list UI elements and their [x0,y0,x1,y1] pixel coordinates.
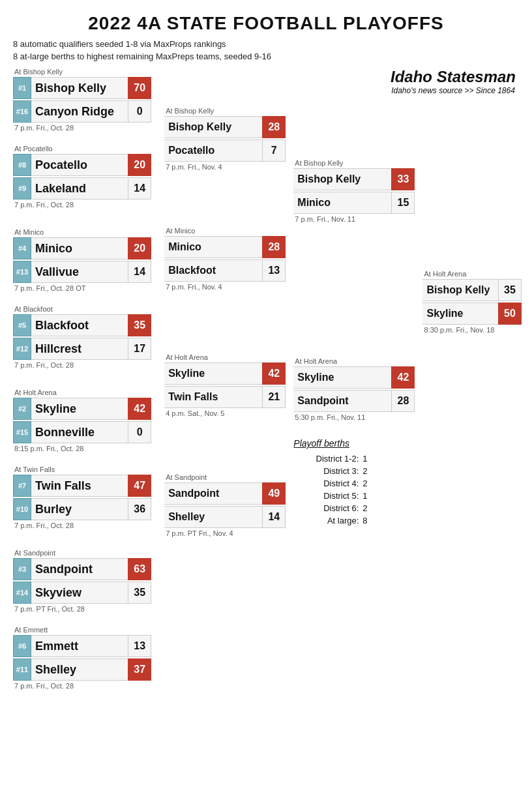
berth-value: 8 [362,516,367,525]
team-name: Bonneville [31,421,128,443]
logo-area: Idaho Statesman Idaho's news source >> S… [385,68,522,95]
connector-r1-r2 [151,68,164,166]
match-row-top: #8 Pocatello 20 [13,154,151,176]
score-box: 21 [262,386,286,408]
round1-match1: At Bishop Kelly #1 Bishop Kelly 70 #16 C… [13,68,151,132]
team-name: Sandpoint [31,558,128,580]
berth-label: District 5: [293,491,359,501]
berth-label: District 1-2: [293,454,359,464]
team-name: Vallivue [31,261,128,283]
match-row-bot: Shelley 14 [164,506,286,528]
venue-label: At Emmett [14,626,151,634]
match-row-top: Bishop Kelly 28 [164,116,286,138]
seed-box: #5 [13,314,31,336]
berth-row: District 5: 1 [293,491,415,501]
match-row-bot: #13 Vallivue 14 [13,261,151,283]
score-box: 42 [262,362,286,385]
score-box: 15 [391,192,415,214]
time-label: 7 p.m. Fri., Oct. 28 OT [14,284,151,292]
round1-match2: At Pocatello #8 Pocatello 20 #9 Lakeland… [13,145,151,209]
team-name: Minico [164,236,262,258]
team-name: Burley [31,498,128,520]
team-name: Minico [31,237,128,259]
venue-label: At Holt Arena [295,357,415,365]
berth-value: 2 [362,503,367,513]
venue-label: At Bishop Kelly [295,159,415,167]
score-box: 20 [128,154,151,176]
match-row-bot: Pocatello 7 [164,140,286,162]
round1-match7: At Sandpoint #3 Sandpoint 63 #14 Skyview… [13,549,151,613]
team-name: Sandpoint [293,390,391,412]
team-name: Skyline [164,362,262,385]
venue-label: At Holt Arena [166,353,286,361]
venue-label: At Blackfoot [14,305,151,313]
seed-box: #6 [13,635,31,657]
match-row-top: #1 Bishop Kelly 70 [13,77,151,99]
match-row-top: #5 Blackfoot 35 [13,314,151,336]
team-name: Hillcrest [31,338,128,360]
score-box: 14 [262,506,286,528]
round1-match6: At Twin Falls #7 Twin Falls 47 #10 Burle… [13,466,151,529]
team-name: Lakeland [31,177,128,200]
berth-row: District 1-2: 1 [293,454,415,464]
score-box: 28 [262,236,286,258]
score-box: 35 [498,279,522,301]
match-row-top: #6 Emmett 13 [13,635,151,657]
seed-box: #8 [13,154,31,176]
team-name: Bishop Kelly [422,279,498,301]
score-box: 36 [128,498,151,520]
seed-box: #12 [13,338,31,360]
berth-row: District 6: 2 [293,503,415,513]
team-name: Minico [293,192,391,214]
match-row-bot: #14 Skyview 35 [13,582,151,604]
time-label: 7 p.m. Fri., Oct. 28 [14,201,151,209]
team-name: Twin Falls [31,475,128,497]
round2-match3: At Holt Arena Skyline 42 Twin Falls 21 4… [164,353,286,417]
match-row-bot: Skyline 50 [422,303,522,325]
logo-title: Idaho Statesman [385,68,522,86]
score-box: 49 [262,482,286,505]
match-row-bot: #15 Bonneville 0 [13,421,151,443]
score-box: 0 [128,100,151,123]
seed-box: #10 [13,498,31,520]
berth-value: 2 [362,479,367,488]
score-box: 50 [498,303,522,325]
match-row-top: Bishop Kelly 35 [422,279,522,301]
score-box: 14 [128,261,151,283]
team-name: Bishop Kelly [293,168,391,190]
seed-box: #1 [13,77,31,99]
team-name: Emmett [31,635,128,657]
score-box: 20 [128,237,151,259]
match-row-top: #3 Sandpoint 63 [13,558,151,580]
team-name: Canyon Ridge [31,100,128,123]
score-box: 33 [391,168,415,190]
score-box: 28 [262,116,286,138]
time-label: 7 p.m. Fri., Oct. 28 [14,361,151,369]
championship-col: At Holt Arena Bishop Kelly 35 Skyline 50… [422,270,522,334]
page-title: 2022 4A STATE FOOTBALL PLAYOFFS [13,13,519,34]
round1-col: At Bishop Kelly #1 Bishop Kelly 70 #16 C… [13,68,151,694]
time-label: 8:30 p.m. Fri., Nov. 18 [424,326,522,334]
berth-label: District 3: [293,466,359,476]
team-name: Pocatello [31,154,128,176]
time-label: 7 p.m. Fri., Nov. 11 [295,215,415,223]
team-name: Shelley [164,506,262,528]
team-name: Bishop Kelly [164,116,262,138]
match-row-top: Minico 28 [164,236,286,258]
team-name: Sandpoint [164,482,262,505]
match-row-top: Sandpoint 49 [164,482,286,505]
team-name: Twin Falls [164,386,262,408]
team-name: Skyline [293,366,391,389]
score-box: 37 [128,658,151,681]
subtitle2: 8 at-large berths to highest remaining M… [13,52,519,61]
match-row-top: Bishop Kelly 33 [293,168,415,190]
score-box: 17 [128,338,151,360]
match-row-bot: Sandpoint 28 [293,390,415,412]
venue-label: At Twin Falls [14,466,151,473]
round1-match5: At Holt Arena #2 Skyline 42 #15 Bonnevil… [13,389,151,452]
score-box: 42 [391,366,415,389]
venue-label: At Holt Arena [14,389,151,396]
match-row-top: #2 Skyline 42 [13,398,151,420]
team-name: Shelley [31,658,128,681]
round1-match8: At Emmett #6 Emmett 13 #11 Shelley 37 7 … [13,626,151,690]
